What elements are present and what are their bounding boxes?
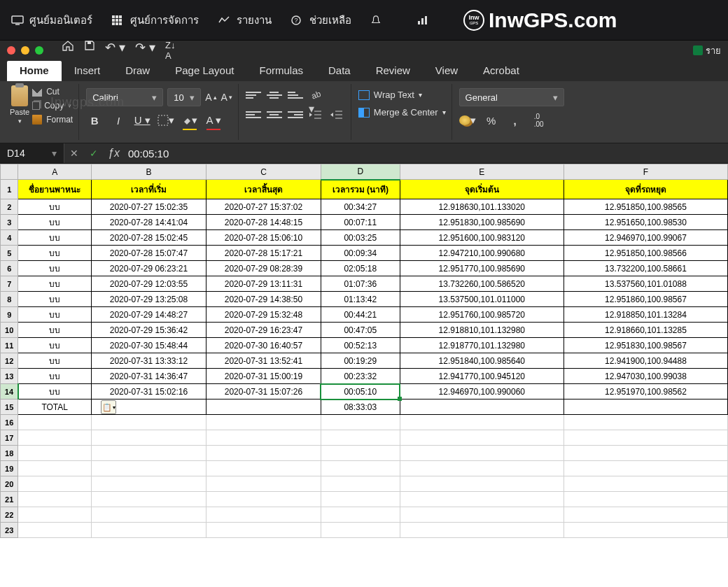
spreadsheet-area[interactable]: ABCDEF1ชื่อยานพาหนะเวลาที่เริ่มเวลาสิ้นส…: [0, 164, 728, 587]
cell[interactable]: 00:34:27: [321, 199, 400, 215]
cell[interactable]: [321, 446, 400, 461]
cell[interactable]: [91, 430, 206, 446]
cell[interactable]: 12.951760,100.985720: [400, 307, 564, 323]
cell[interactable]: [564, 446, 727, 461]
cell[interactable]: บบ: [18, 384, 92, 399]
cell[interactable]: [400, 446, 564, 461]
cell[interactable]: 2020-07-29 13:25:08: [91, 292, 206, 307]
column-header[interactable]: A: [18, 164, 92, 180]
ribbon-tab-draw[interactable]: Draw: [113, 61, 162, 81]
cell[interactable]: 00:03:25: [321, 230, 400, 246]
bar-chart-icon[interactable]: [417, 15, 430, 25]
fill-color-button[interactable]: ▾: [181, 112, 198, 129]
cell[interactable]: [564, 461, 727, 476]
cell[interactable]: 12.918850,101.13284: [564, 307, 727, 323]
italic-button[interactable]: I: [110, 112, 127, 129]
cell[interactable]: 12.918660,101.13285: [564, 323, 727, 338]
cell[interactable]: [206, 461, 321, 476]
cell[interactable]: [564, 430, 727, 446]
cell[interactable]: 12.951850,100.98565: [564, 199, 727, 215]
maximize-window-icon[interactable]: [35, 46, 43, 55]
cell[interactable]: 13.732200,100.58661: [564, 261, 727, 276]
row-header[interactable]: 3: [1, 215, 18, 230]
accounting-format-icon[interactable]: ▾: [459, 112, 476, 129]
cell[interactable]: [206, 507, 321, 523]
undo-icon[interactable]: ↶ ▾: [105, 40, 125, 61]
cell[interactable]: [206, 476, 321, 492]
cell[interactable]: 2020-07-29 08:28:39: [206, 261, 321, 276]
cell[interactable]: 12.918770,101.132980: [400, 338, 564, 353]
cell[interactable]: [18, 476, 92, 492]
cell[interactable]: 02:05:18: [321, 261, 400, 276]
row-header[interactable]: 10: [1, 323, 18, 338]
cell[interactable]: บบ: [18, 199, 92, 215]
cell[interactable]: 12.941900,100.94488: [564, 353, 727, 369]
home-icon[interactable]: [62, 40, 74, 61]
cell[interactable]: [91, 461, 206, 476]
row-header[interactable]: 19: [1, 461, 18, 476]
cell[interactable]: 2020-07-27 15:37:02: [206, 199, 321, 215]
cell[interactable]: [564, 492, 727, 507]
cell[interactable]: [400, 492, 564, 507]
cell[interactable]: 2020-07-29 06:23:21: [91, 261, 206, 276]
save-icon[interactable]: [84, 40, 95, 61]
cell[interactable]: บบ: [18, 307, 92, 323]
cell[interactable]: 12.951600,100.983120: [400, 230, 564, 246]
cell[interactable]: TOTAL: [18, 399, 92, 415]
cell[interactable]: [321, 523, 400, 538]
font-color-button[interactable]: A ▾: [205, 112, 222, 129]
cell[interactable]: 12.947210,100.990680: [400, 246, 564, 261]
cell[interactable]: [91, 476, 206, 492]
row-header[interactable]: 5: [1, 246, 18, 261]
align-right-icon[interactable]: [288, 108, 303, 122]
row-header[interactable]: 15: [1, 399, 18, 415]
cell[interactable]: [321, 461, 400, 476]
cell[interactable]: 2020-07-30 16:40:57: [206, 338, 321, 353]
cell[interactable]: [564, 507, 727, 523]
cell[interactable]: บบ: [18, 246, 92, 261]
ribbon-tab-view[interactable]: View: [423, 61, 470, 81]
cell[interactable]: บบ: [18, 215, 92, 230]
cell[interactable]: 2020-07-28 14:48:15: [206, 215, 321, 230]
row-header[interactable]: 7: [1, 276, 18, 292]
cell[interactable]: 2020-07-31 15:07:26: [206, 384, 321, 399]
cell[interactable]: 00:19:29: [321, 353, 400, 369]
cell[interactable]: 12.951840,100.985640: [400, 353, 564, 369]
format-painter-button[interactable]: Format: [32, 115, 73, 125]
cell[interactable]: 2020-07-28 15:06:10: [206, 230, 321, 246]
cell[interactable]: 12.951860,100.98567: [564, 292, 727, 307]
row-header[interactable]: 9: [1, 307, 18, 323]
column-header[interactable]: B: [91, 164, 206, 180]
cell[interactable]: 2020-07-31 15:00:19: [206, 369, 321, 384]
align-left-icon[interactable]: [246, 108, 261, 122]
cell[interactable]: 12.951970,100.98562: [564, 384, 727, 399]
cell[interactable]: [91, 507, 206, 523]
row-header[interactable]: 2: [1, 199, 18, 215]
number-format-select[interactable]: General: [459, 88, 564, 106]
cell[interactable]: [564, 476, 727, 492]
cell[interactable]: [18, 430, 92, 446]
cell[interactable]: 2020-07-28 15:02:45: [91, 230, 206, 246]
row-header[interactable]: 16: [1, 415, 18, 430]
cell[interactable]: 2020-07-28 14:41:04: [91, 215, 206, 230]
cell[interactable]: บบ: [18, 338, 92, 353]
cell[interactable]: บบ: [18, 230, 92, 246]
decrease-font-icon[interactable]: A▾: [221, 92, 232, 103]
row-header[interactable]: 11: [1, 338, 18, 353]
select-all-corner[interactable]: [1, 164, 18, 180]
cell[interactable]: 2020-07-29 13:11:31: [206, 276, 321, 292]
cell[interactable]: [564, 523, 727, 538]
cell[interactable]: 2020-07-31 15:02:16: [91, 384, 206, 399]
cell[interactable]: [400, 523, 564, 538]
cell[interactable]: [91, 523, 206, 538]
cell[interactable]: [91, 492, 206, 507]
cell[interactable]: 2020-07-29 14:48:27: [91, 307, 206, 323]
cell[interactable]: บบ: [18, 292, 92, 307]
cell[interactable]: 12.951770,100.985690: [400, 261, 564, 276]
cell[interactable]: 12.918810,101.132980: [400, 323, 564, 338]
align-top-icon[interactable]: [246, 88, 261, 102]
cell[interactable]: 12.946970,100.990060: [400, 384, 564, 399]
row-header[interactable]: 21: [1, 492, 18, 507]
cell[interactable]: [400, 415, 564, 430]
nav-report[interactable]: รายงาน: [218, 12, 272, 29]
